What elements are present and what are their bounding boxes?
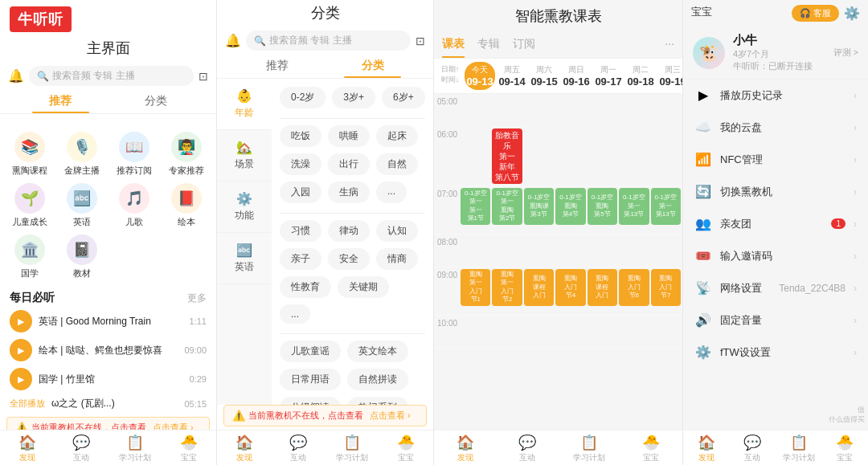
song-item-1[interactable]: ▶ 绘本 | 哒哒、鳄鱼也想要惊喜 09:00 xyxy=(6,336,210,365)
cell-7-0[interactable]: 0-1岁空第一第一第1节 xyxy=(461,188,490,225)
play-btn-1[interactable]: ▶ xyxy=(10,339,32,361)
profile-comment[interactable]: 评测 > xyxy=(833,47,858,59)
tag-eat[interactable]: 吃饭 xyxy=(280,125,321,147)
menu-volume[interactable]: 🔊 固定音量 › xyxy=(683,304,868,337)
icon-item[interactable]: 📕 绘本 xyxy=(161,180,213,231)
left-search-input[interactable]: 🔍 搜索音频 专辑 主播 xyxy=(29,66,194,86)
baby-label[interactable]: 宝宝 xyxy=(691,5,712,19)
nav-interact-prof[interactable]: 💬 互动 xyxy=(730,434,776,463)
tag-0-2[interactable]: 0-2岁 xyxy=(280,87,326,108)
sched-tab-album[interactable]: 专辑 xyxy=(477,37,500,58)
nav-interact-mid[interactable]: 💬 互动 xyxy=(271,434,325,463)
nav-plan-left[interactable]: 📋 学习计划 xyxy=(108,434,162,463)
nav-baby-sched[interactable]: 🐣 宝宝 xyxy=(620,434,682,463)
tag-parenting[interactable]: 亲子 xyxy=(280,248,321,270)
icon-item[interactable]: 📚 熏陶课程 xyxy=(3,128,55,180)
bell-icon[interactable]: 🔔 xyxy=(8,68,24,84)
icon-item[interactable]: 📓 教材 xyxy=(55,231,108,283)
cell-6-highlight[interactable]: 胎教音乐第一新年第八节 xyxy=(492,128,522,184)
day-mon[interactable]: 周一 09-17 xyxy=(593,62,624,90)
tab-category[interactable]: 分类 xyxy=(108,89,204,113)
tag-cognition[interactable]: 认知 xyxy=(376,220,418,242)
cell-9-6[interactable]: 熏陶入门节7 xyxy=(651,269,681,306)
nav-plan-mid[interactable]: 📋 学习计划 xyxy=(326,434,379,463)
song-item-2[interactable]: ▶ 国学 | 竹里馆 0:29 xyxy=(6,365,210,394)
menu-switch[interactable]: 🔄 切换熏教机 › xyxy=(683,176,868,208)
nav-interact-sched[interactable]: 💬 互动 xyxy=(496,434,558,463)
icon-item[interactable]: 📖 推荐订阅 xyxy=(108,128,161,180)
song-item-3[interactable]: 全部播放 ω之之 (瓦剧...) 05:15 xyxy=(6,394,210,414)
tag-sick[interactable]: 生病 xyxy=(328,182,370,203)
menu-history[interactable]: ▶ 播放历史记录 › xyxy=(683,80,868,112)
tag-habit[interactable]: 习惯 xyxy=(280,220,321,242)
day-wed[interactable]: 周三 09-19 xyxy=(657,62,682,90)
tag-safety[interactable]: 安全 xyxy=(328,248,370,270)
menu-invite[interactable]: 🎟️ 输入邀请码 › xyxy=(683,240,868,272)
icon-item[interactable]: 🎙️ 金牌主播 xyxy=(55,128,108,180)
mid-alert-action[interactable]: 点击查看 › xyxy=(370,410,411,422)
play-btn-0[interactable]: ▶ xyxy=(10,310,32,332)
tag-rhythm[interactable]: 律动 xyxy=(328,220,370,242)
song-item-0[interactable]: ▶ 英语 | Good Morning Train 1:11 xyxy=(6,307,210,336)
cell-9-3[interactable]: 熏陶入门节4 xyxy=(555,269,585,306)
tab-recommend[interactable]: 推荐 xyxy=(13,89,108,113)
tag-more1[interactable]: ... xyxy=(376,182,407,203)
sched-tab-timetable[interactable]: 课表 xyxy=(442,37,465,58)
tag-english-book[interactable]: 英文绘本 xyxy=(347,341,408,362)
tag-sex-ed[interactable]: 性教育 xyxy=(280,276,331,298)
scan-icon[interactable]: ⊡ xyxy=(199,70,208,83)
nav-baby-mid[interactable]: 🐣 宝宝 xyxy=(379,434,433,463)
menu-friends[interactable]: 👥 亲友团 1 › xyxy=(683,208,868,240)
nav-discover-sched[interactable]: 🏠 发现 xyxy=(434,434,496,463)
cell-7-3[interactable]: 0-1岁空熏陶第4节 xyxy=(555,188,585,225)
icon-item[interactable]: 🔤 英语 xyxy=(55,180,108,231)
cell-7-5[interactable]: 0-1岁空第一第13节 xyxy=(619,188,649,225)
play-btn-2[interactable]: ▶ xyxy=(10,368,32,390)
play-all-btn[interactable]: 全部播放 xyxy=(10,398,45,410)
menu-settings[interactable]: ⚙️ fTW设设置 › xyxy=(683,337,868,369)
day-sun[interactable]: 周日 09-16 xyxy=(561,62,592,90)
tag-6plus[interactable]: 6岁+ xyxy=(382,87,425,108)
cell-9-2[interactable]: 熏陶课程入门 xyxy=(524,269,554,306)
cell-7-4[interactable]: 0-1岁空熏陶第5节 xyxy=(588,188,617,225)
cell-9-0[interactable]: 熏陶第一入门节1 xyxy=(461,269,490,306)
cat-function[interactable]: ⚙️ 功能 xyxy=(217,182,272,233)
mid-tab-recommend[interactable]: 推荐 xyxy=(230,54,326,78)
cell-9-1[interactable]: 熏陶第一入门节2 xyxy=(492,269,522,306)
cell-7-2[interactable]: 0-1岁空熏陶课第3节 xyxy=(524,188,554,225)
tag-graded-reading[interactable]: 分级阅读 xyxy=(280,397,341,405)
nav-discover-left[interactable]: 🏠 发现 xyxy=(0,434,54,463)
nav-baby-left[interactable]: 🐣 宝宝 xyxy=(162,434,216,463)
cat-english[interactable]: 🔤 英语 xyxy=(217,233,272,284)
cat-scene[interactable]: 🏡 场景 xyxy=(217,130,272,182)
tag-trip[interactable]: 出行 xyxy=(328,153,370,175)
nav-interact-left[interactable]: 💬 互动 xyxy=(54,434,108,463)
sched-more-dots[interactable]: ··· xyxy=(665,37,674,58)
nav-plan-sched[interactable]: 📋 学习计划 xyxy=(559,434,620,463)
day-today[interactable]: 今天 09-13 xyxy=(465,62,495,90)
icon-item[interactable]: 🎵 儿歌 xyxy=(108,180,161,231)
tag-popular-series[interactable]: 热门系列 xyxy=(347,397,408,405)
day-sat[interactable]: 周六 09-15 xyxy=(529,62,559,90)
cell-9-5[interactable]: 熏陶入门节6 xyxy=(619,269,649,306)
mid-scan-icon[interactable]: ⊡ xyxy=(416,35,425,47)
tag-wakeup[interactable]: 起床 xyxy=(376,125,418,147)
menu-network[interactable]: 📡 网络设置 Tenda_22C4B8 › xyxy=(683,272,868,304)
cell-7-1[interactable]: 0-1岁空第一熏陶第2节 xyxy=(492,188,522,225)
more-btn[interactable]: 更多 xyxy=(187,292,207,305)
tag-emotion[interactable]: 情商 xyxy=(376,248,418,270)
nav-plan-prof[interactable]: 📋 学习计划 xyxy=(776,434,822,463)
tag-sleep[interactable]: 哄睡 xyxy=(328,125,370,147)
nav-discover-mid[interactable]: 🏠 发现 xyxy=(217,434,271,463)
tag-bath[interactable]: 洗澡 xyxy=(280,153,321,175)
day-tue[interactable]: 周二 09-18 xyxy=(625,62,656,90)
mid-search-input[interactable]: 🔍 搜索音频 专辑 主播 xyxy=(246,31,411,51)
tag-nature[interactable]: 自然 xyxy=(376,153,418,175)
customer-service-btn[interactable]: 🎧 客服 xyxy=(792,5,839,22)
settings-icon[interactable]: ⚙️ xyxy=(844,6,860,21)
tag-daily-lang[interactable]: 日常用语 xyxy=(280,369,341,390)
menu-nfc[interactable]: 📶 NFC管理 › xyxy=(683,144,868,176)
tag-3plus[interactable]: 3岁+ xyxy=(332,87,375,108)
tag-more2[interactable]: ... xyxy=(280,304,310,324)
menu-cloud[interactable]: ☁️ 我的云盘 › xyxy=(683,112,868,144)
